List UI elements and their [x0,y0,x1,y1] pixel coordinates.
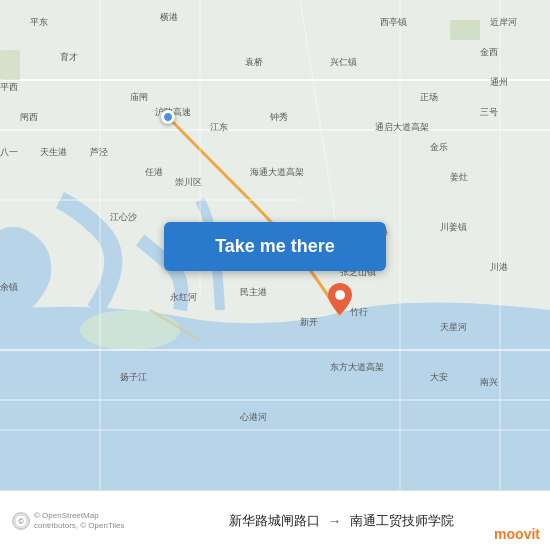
route-arrow-icon: → [328,513,342,529]
svg-text:海通大道高架: 海通大道高架 [250,167,304,177]
svg-text:永红河: 永红河 [170,292,197,302]
route-info: 新华路城闸路口 → 南通工贸技师学院 [144,512,538,530]
svg-text:近岸河: 近岸河 [490,17,517,27]
svg-text:平东: 平东 [30,17,48,27]
svg-text:川港: 川港 [490,262,508,272]
origin-marker [161,110,175,124]
svg-text:大安: 大安 [430,372,448,382]
svg-point-61 [335,290,345,300]
destination-label: 南通工贸技师学院 [350,512,454,530]
svg-text:扬子江: 扬子江 [120,372,147,382]
svg-text:兴仁镇: 兴仁镇 [330,57,357,67]
svg-text:正场: 正场 [420,92,438,102]
svg-text:竹行: 竹行 [350,307,368,317]
take-me-there-button[interactable]: Take me there [164,222,386,271]
svg-text:芦泾: 芦泾 [90,147,108,157]
svg-text:新开: 新开 [300,317,318,327]
svg-text:金乐: 金乐 [430,142,448,152]
osm-text: © OpenStreetMap contributors, © OpenTile… [34,511,144,530]
svg-text:南兴: 南兴 [480,377,498,387]
svg-text:三号: 三号 [480,107,498,117]
svg-text:江东: 江东 [210,122,228,132]
svg-text:钟秀: 钟秀 [269,112,288,122]
svg-text:横港: 横港 [160,12,178,22]
origin-label: 新华路城闸路口 [229,512,320,530]
svg-rect-16 [0,50,20,80]
moovit-logo: moovit [494,526,540,542]
svg-text:姜灶: 姜灶 [450,172,468,182]
svg-text:天星河: 天星河 [440,322,467,332]
svg-rect-15 [450,20,480,40]
svg-text:心港河: 心港河 [239,412,267,422]
svg-text:八一: 八一 [0,147,18,157]
svg-point-1 [80,310,180,350]
osm-attribution: © © OpenStreetMap contributors, © OpenTi… [12,511,144,530]
osm-logo: © [12,512,30,530]
svg-text:江心沙: 江心沙 [110,212,137,222]
svg-text:©: © [18,518,24,525]
svg-text:育才: 育才 [60,52,78,62]
svg-text:川姜镇: 川姜镇 [440,222,467,232]
svg-text:通启大道高架: 通启大道高架 [375,122,429,132]
svg-text:庙闸: 庙闸 [130,92,148,102]
svg-text:任港: 任港 [144,167,163,177]
svg-text:东方大道高架: 东方大道高架 [330,362,384,372]
destination-marker [328,283,352,315]
svg-text:袁桥: 袁桥 [245,57,263,67]
svg-text:民主港: 民主港 [240,287,267,297]
svg-text:余镇: 余镇 [0,282,18,292]
svg-text:金西: 金西 [480,47,498,57]
map-container: 平东 横港 西亭镇 近岸河 金西 通州 平西 育才 袁桥 兴仁镇 正场 三号 庙… [0,0,550,490]
svg-text:西亭镇: 西亭镇 [380,17,407,27]
svg-text:平西: 平西 [0,82,18,92]
footer-bar: © © OpenStreetMap contributors, © OpenTi… [0,490,550,550]
svg-text:闸西: 闸西 [20,112,38,122]
svg-text:通州: 通州 [490,77,508,87]
svg-text:崇川区: 崇川区 [175,177,202,187]
svg-text:天生港: 天生港 [40,147,67,157]
